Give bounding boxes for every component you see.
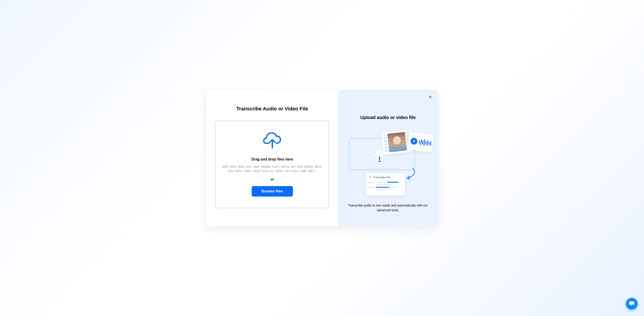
right-panel: Upload audio or video file — [338, 90, 438, 226]
close-icon — [428, 96, 432, 100]
browse-files-button[interactable]: Browse files — [252, 186, 293, 197]
upload-illustration: Transcription File 01:12 01:13 — [347, 127, 429, 200]
text-line-active — [376, 187, 390, 188]
left-panel: Transcribe Audio or Video File Drag and … — [206, 90, 338, 226]
left-title: Transcribe Audio or Video File — [236, 106, 308, 112]
upload-modal: Transcribe Audio or Video File Drag and … — [206, 90, 438, 226]
cloud-upload-icon — [263, 132, 282, 151]
chat-widget-button[interactable] — [626, 298, 638, 310]
text-line-active — [387, 182, 398, 183]
or-separator: or — [271, 178, 274, 181]
text-line — [391, 187, 397, 188]
waveform-icon — [419, 138, 432, 147]
chat-bubble-icon — [629, 301, 635, 307]
svg-rect-1 — [414, 140, 414, 141]
file-dropzone[interactable]: Drag and drop files here MP3, MP4, WAV, … — [215, 121, 329, 208]
transcription-file-card: Transcription File 01:12 01:13 — [366, 173, 405, 195]
timestamp-1: 01:12 — [369, 181, 374, 183]
supported-formats: MP3, MP4, WAV, AAC, M4A, WEBM, FLAC, OPU… — [222, 165, 322, 173]
audio-file-card — [408, 131, 434, 152]
close-button[interactable] — [427, 94, 433, 101]
arrow-curve-icon — [406, 168, 417, 182]
transcript-card-title: Transcription File — [373, 176, 390, 179]
microphone-icon — [410, 137, 418, 145]
video-thumbnail — [387, 132, 407, 152]
right-description: Transcribe audio to text easily and auto… — [347, 203, 429, 213]
sparkle-icon — [369, 175, 372, 180]
text-line — [376, 189, 388, 190]
text-line — [376, 184, 392, 185]
right-title: Upload audio or video file — [360, 115, 416, 120]
text-line — [376, 182, 386, 183]
drop-instruction: Drag and drop files here — [252, 157, 293, 161]
timestamp-2: 01:13 — [369, 186, 374, 188]
